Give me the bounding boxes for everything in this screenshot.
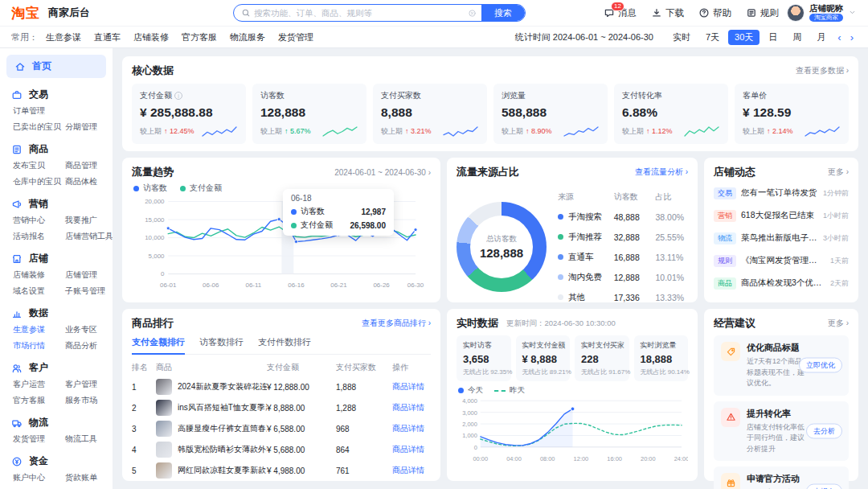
range-日[interactable]: 日 [762, 30, 784, 45]
suggestion-action-button[interactable]: 立即优化 [799, 358, 842, 373]
dynamics-item-2[interactable]: 物流菜鸟推出新版电子面单3小时前 [714, 227, 849, 249]
quick-link-2[interactable]: 店铺装修 [133, 32, 169, 42]
clear-icon[interactable] [468, 9, 477, 18]
sidebar-item-客户管理[interactable]: 客户管理 [65, 379, 108, 390]
product-detail-link[interactable]: 商品详情 [392, 423, 431, 434]
sidebar-item-子账号管理[interactable]: 子账号管理 [65, 286, 108, 297]
prev-page-button[interactable]: ‹ [834, 31, 844, 43]
svg-text:10,000: 10,000 [145, 234, 165, 241]
legend-item-支付金额[interactable]: 支付金额 [180, 183, 222, 194]
compare-label: 较上期 [140, 126, 162, 137]
dynamics-item-4[interactable]: 商品商品体检发现3个优化建议2天前 [714, 272, 849, 294]
range-月[interactable]: 月 [810, 30, 832, 45]
sidebar-item-店铺装修[interactable]: 店铺装修 [13, 269, 65, 281]
stat-time-range[interactable]: 2024-06-01 ~ 2024-06-30 [553, 32, 653, 42]
range-7天[interactable]: 7天 [699, 30, 726, 45]
svg-text:2,000: 2,000 [462, 421, 477, 428]
stat-label: 客单价 [743, 90, 841, 101]
tooltip-row: 访客数12,987 [291, 206, 386, 217]
sparkline [201, 125, 238, 138]
core-data-card: 核心数据 查看更多数据 › 支付金额i¥ 285,888.88较上期↑ 12.4… [122, 56, 858, 151]
user-menu[interactable]: 店铺昵称 淘宝商家 [787, 4, 857, 23]
sidebar-item-域名设置[interactable]: 域名设置 [13, 286, 65, 297]
stat-card-0: 支付金额i¥ 285,888.88较上期↑ 12.45% [132, 84, 246, 144]
sidebar-item-home[interactable]: 首页 [6, 55, 106, 78]
tab-支付件数排行[interactable]: 支付件数排行 [258, 334, 311, 355]
trend-range[interactable]: 2024-06-01 ~ 2024-06-30 › [334, 168, 431, 177]
header-action-download[interactable]: 下载 [651, 7, 684, 19]
suggestion-action-button[interactable]: 去报名 [806, 483, 842, 489]
sidebar-item-已卖出的宝贝[interactable]: 已卖出的宝贝 [13, 121, 65, 133]
shop-icon [11, 253, 23, 265]
search-button[interactable]: 搜索 [481, 4, 525, 22]
col-share: 占比 [655, 191, 688, 203]
product-detail-link[interactable]: 商品详情 [392, 465, 431, 476]
source-name: 其他 [558, 292, 614, 303]
stat-card-1: 访客数128,888较上期↑ 5.67% [252, 84, 366, 144]
range-实时[interactable]: 实时 [666, 30, 697, 45]
sidebar-item-官方客服[interactable]: 官方客服 [13, 395, 65, 406]
sidebar-item-分期管理[interactable]: 分期管理 [65, 121, 108, 133]
sidebar-item-账户中心[interactable]: 账户中心 [13, 472, 65, 483]
sidebar-item-店铺管理[interactable]: 店铺管理 [65, 269, 108, 281]
suggestions-more-link[interactable]: 更多 › [828, 318, 849, 329]
svg-text:00:00: 00:00 [473, 455, 488, 462]
sidebar-item-发货管理[interactable]: 发货管理 [13, 434, 65, 445]
quick-link-5[interactable]: 发货管理 [278, 32, 313, 42]
search-input[interactable] [254, 8, 468, 18]
product-buyers: 1,288 [336, 404, 392, 413]
sidebar-item-我要推广[interactable]: 我要推广 [65, 215, 108, 226]
sidebar-item-订单管理[interactable]: 订单管理 [13, 105, 65, 117]
sidebar-item-仓库中的宝贝[interactable]: 仓库中的宝贝 [13, 176, 65, 187]
range-周[interactable]: 周 [786, 30, 808, 45]
dynamics-more-link[interactable]: 更多 › [828, 166, 849, 178]
tab-支付金额排行[interactable]: 支付金额排行 [132, 334, 185, 355]
next-page-button[interactable]: › [847, 31, 857, 43]
sidebar-item-商品体检[interactable]: 商品体检 [65, 176, 108, 187]
stat-value: 6.88% [622, 105, 720, 120]
sidebar-item-货款账单[interactable]: 货款账单 [65, 472, 108, 483]
quick-link-1[interactable]: 直通车 [94, 32, 121, 42]
rules-icon [746, 7, 757, 18]
product-detail-link[interactable]: 商品详情 [392, 402, 431, 413]
header-action-messages[interactable]: 消息12 [604, 7, 637, 19]
sidebar-item-生意参谋[interactable]: 生意参谋 [13, 324, 65, 335]
header-action-help[interactable]: 帮助 [698, 7, 731, 19]
sidebar-item-商品管理[interactable]: 商品管理 [65, 160, 108, 171]
products-more-link[interactable]: 查看更多商品排行 › [362, 318, 431, 329]
tab-访客数排行[interactable]: 访客数排行 [199, 334, 244, 355]
product-detail-link[interactable]: 商品详情 [392, 444, 431, 455]
quick-link-4[interactable]: 物流服务 [230, 32, 265, 42]
dynamics-item-1[interactable]: 营销618大促报名已结束1小时前 [714, 204, 849, 227]
dynamics-item-0[interactable]: 交易您有一笔订单待发货1分钟前 [714, 182, 849, 204]
product-rank: 2 [132, 404, 156, 413]
sidebar-item-服务市场[interactable]: 服务市场 [65, 395, 108, 406]
sidebar-item-店铺营销工具[interactable]: 店铺营销工具 [65, 231, 108, 242]
core-more-link[interactable]: 查看更多数据 › [796, 65, 849, 76]
quick-link-0[interactable]: 生意参谋 [46, 32, 81, 42]
traffic-analysis-link[interactable]: 查看流量分析 › [635, 166, 688, 178]
svg-text:12:00: 12:00 [574, 455, 589, 462]
range-30天[interactable]: 30天 [728, 30, 760, 45]
sidebar-item-活动报名[interactable]: 活动报名 [13, 231, 65, 242]
product-buyers: 968 [336, 425, 392, 434]
legend-item-今天[interactable]: 今天 [458, 385, 483, 396]
sidebar-item-商品分析[interactable]: 商品分析 [65, 340, 108, 351]
sidebar-item-市场行情[interactable]: 市场行情 [13, 340, 65, 351]
stat-label: 支付转化率 [622, 90, 720, 101]
product-detail-link[interactable]: 商品详情 [392, 381, 431, 392]
sidebar-home-label: 首页 [32, 60, 51, 73]
legend-item-昨天[interactable]: 昨天 [494, 385, 525, 396]
legend-item-访客数[interactable]: 访客数 [133, 183, 167, 194]
header-action-rules[interactable]: 规则 [746, 7, 779, 19]
sidebar-item-物流工具[interactable]: 物流工具 [65, 434, 108, 445]
stat-sparkline [563, 125, 600, 138]
suggestion-action-button[interactable]: 去分析 [806, 423, 842, 438]
sidebar-item-业务专区[interactable]: 业务专区 [65, 324, 108, 335]
sidebar-item-客户运营[interactable]: 客户运营 [13, 379, 65, 390]
sidebar-item-发布宝贝[interactable]: 发布宝贝 [13, 160, 65, 171]
quick-link-3[interactable]: 官方客服 [182, 32, 217, 42]
dynamics-item-3[interactable]: 规则《淘宝网发货管理规范》变更...1天前 [714, 249, 849, 272]
sidebar-item-营销中心[interactable]: 营销中心 [13, 215, 65, 226]
realtime-label: 实时支付金额 [522, 340, 564, 351]
